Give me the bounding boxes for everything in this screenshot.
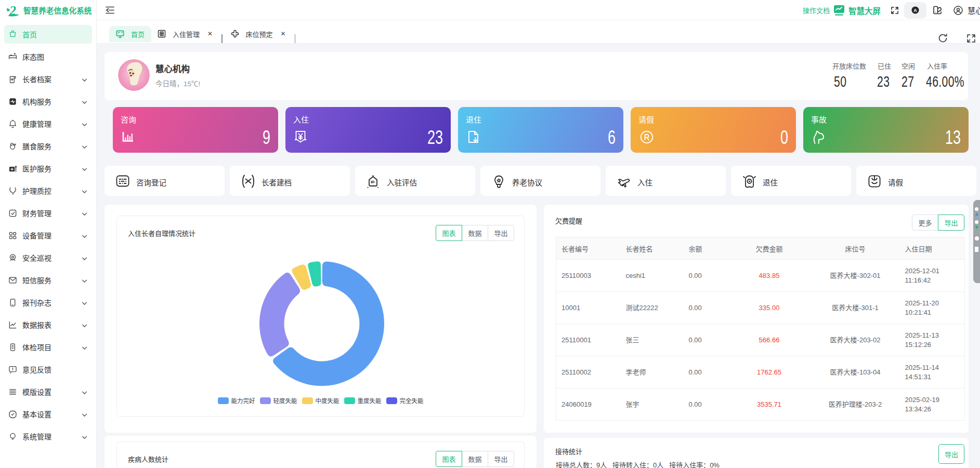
svg-text:A: A xyxy=(913,8,917,13)
